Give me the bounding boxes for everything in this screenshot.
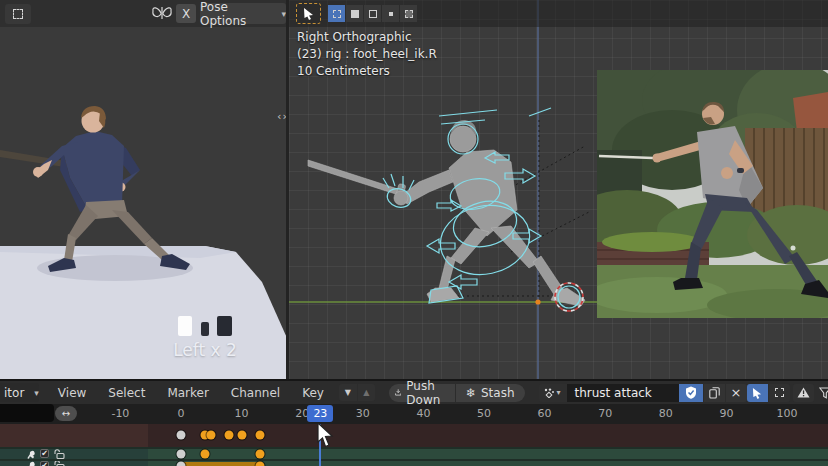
x-mirror-butterfly-icon[interactable] xyxy=(151,5,173,22)
editor-type-label: itor xyxy=(4,386,24,400)
channel-box-2[interactable] xyxy=(0,461,148,466)
timeline-scrollbar[interactable] xyxy=(0,404,54,422)
dope-sheet-header: itor ▾ View Select Marker Channel Key ▼ … xyxy=(0,381,828,404)
reference-photo xyxy=(597,70,828,318)
only-errors-toggle[interactable] xyxy=(793,384,814,402)
select-box-icon xyxy=(13,9,23,19)
fcurve-channel-row-2[interactable] xyxy=(0,461,828,466)
ruler-tick: 100 xyxy=(777,407,798,420)
unlock-icon xyxy=(54,461,65,466)
menu-key[interactable]: Key xyxy=(302,386,324,400)
select-set-icon xyxy=(333,10,341,18)
summary-channel-box[interactable] xyxy=(0,424,148,447)
current-frame-badge[interactable]: 23 xyxy=(307,405,333,422)
channel-enable-checkbox[interactable]: ✔ xyxy=(40,461,49,466)
select-mode-subtract-button[interactable] xyxy=(364,5,381,22)
push-down-button[interactable]: Push Down xyxy=(389,384,455,402)
unlink-action-button[interactable]: × xyxy=(726,384,747,402)
move-up-button[interactable]: ▲ xyxy=(358,384,375,401)
viewport-right-orthographic[interactable]: Right Orthographic (23) rig : foot_heel_… xyxy=(289,0,828,380)
scrollbar-zoom-handle[interactable]: ↔ xyxy=(55,406,77,421)
menu-channel[interactable]: Channel xyxy=(231,386,280,400)
action-datablock-group: ▾ thrust attack × xyxy=(539,384,747,402)
channel-box-1[interactable] xyxy=(0,449,148,459)
select-intersect-icon xyxy=(405,10,413,18)
editor-type-dropdown[interactable]: itor ▾ xyxy=(0,383,39,402)
stash-button[interactable]: ❄ Stash xyxy=(456,384,525,402)
stash-label: Stash xyxy=(481,386,515,400)
modifier-wrench-icon xyxy=(25,461,35,466)
warning-icon xyxy=(797,387,810,398)
action-name-field[interactable]: thrust attack xyxy=(567,384,679,402)
nla-action-buttons: Push Down ❄ Stash xyxy=(389,384,525,402)
ruler-tick: 80 xyxy=(659,407,673,420)
select-mode-intersect-button[interactable] xyxy=(400,5,417,22)
timeline-ruler[interactable]: -100102030405060708090100 ↔ xyxy=(0,404,828,424)
cursor-arrow-icon xyxy=(303,7,314,20)
ruler-tick: -10 xyxy=(111,407,129,420)
ruler-tick: 30 xyxy=(356,407,370,420)
ruler-tick: 40 xyxy=(416,407,430,420)
cursor-arrow-icon xyxy=(752,387,762,399)
ruler-tick: 10 xyxy=(235,407,249,420)
menu-marker[interactable]: Marker xyxy=(167,386,208,400)
select-mode-invert-button[interactable] xyxy=(382,5,399,22)
select-mode-button-group xyxy=(328,5,417,22)
fake-user-toggle[interactable] xyxy=(679,384,703,402)
ruler-tick: 90 xyxy=(719,407,733,420)
ruler-tick: 50 xyxy=(477,407,491,420)
ruler-tick: 0 xyxy=(178,407,185,420)
view-name-overlay: Right Orthographic xyxy=(297,30,412,44)
show-hidden-toggle[interactable] xyxy=(769,384,790,402)
fcurve-channel-row-1[interactable] xyxy=(0,449,828,459)
viewport-camera[interactable]: X Pose Options ▾ Left x 2 xyxy=(0,0,287,380)
mouse-cursor xyxy=(316,422,334,448)
layer-move-buttons: ▼ ▲ xyxy=(339,384,375,401)
summary-channel-row[interactable] xyxy=(0,424,828,447)
new-action-button[interactable] xyxy=(704,384,725,402)
grid-scale-overlay: 10 Centimeters xyxy=(297,64,390,78)
channel-2-icons: ✔ xyxy=(25,461,65,466)
mouse-left-button-indicator xyxy=(178,316,192,336)
active-tweak-tool-button[interactable] xyxy=(296,3,321,24)
pose-options-dropdown[interactable]: Pose Options ▾ xyxy=(200,3,286,24)
only-selected-toggle[interactable] xyxy=(747,384,768,402)
select-box-tool-button[interactable] xyxy=(5,4,31,24)
shield-check-icon xyxy=(685,386,697,399)
select-invert-icon xyxy=(387,10,395,18)
action-icon xyxy=(544,388,554,398)
menu-view[interactable]: View xyxy=(58,386,86,400)
active-bone-overlay: (23) rig : foot_heel_ik.R xyxy=(297,47,437,61)
panel-separator[interactable] xyxy=(286,0,289,380)
browse-action-dropdown[interactable]: ▾ xyxy=(539,384,567,402)
filter-group xyxy=(747,384,828,402)
hidden-box-icon xyxy=(775,388,784,397)
filter-funnel-icon xyxy=(819,387,828,399)
duplicate-icon xyxy=(709,387,720,399)
channel-1-icons: ✔ xyxy=(25,448,65,459)
channel-enable-checkbox[interactable]: ✔ xyxy=(40,449,49,458)
screencast-keys-overlay: Left x 2 xyxy=(140,316,270,360)
pose-options-label: Pose Options xyxy=(200,0,275,28)
select-subtract-icon xyxy=(369,10,377,18)
snowflake-icon: ❄ xyxy=(466,386,476,400)
push-down-icon xyxy=(395,387,401,398)
push-down-label: Push Down xyxy=(406,379,445,407)
menu-bar: View Select Marker Channel Key xyxy=(47,386,335,400)
select-mode-set-button[interactable] xyxy=(328,5,345,22)
mirror-x-toggle[interactable]: X xyxy=(176,4,196,23)
menu-select[interactable]: Select xyxy=(108,386,145,400)
screencast-keys-label: Left x 2 xyxy=(140,340,270,360)
ruler-tick: 60 xyxy=(538,407,552,420)
chevron-down-icon: ▾ xyxy=(556,388,560,397)
mouse-right-button-indicator xyxy=(217,316,232,336)
move-down-button[interactable]: ▼ xyxy=(339,384,357,401)
unlock-icon xyxy=(54,449,65,459)
chevron-down-icon: ▾ xyxy=(34,388,39,398)
modifier-wrench-icon xyxy=(25,449,35,459)
select-mode-extend-button[interactable] xyxy=(346,5,363,22)
select-extend-icon xyxy=(351,10,359,18)
ruler-tick: 70 xyxy=(598,407,612,420)
blender-window: X Pose Options ▾ Left x 2 xyxy=(0,0,828,466)
filters-button[interactable] xyxy=(816,384,828,402)
